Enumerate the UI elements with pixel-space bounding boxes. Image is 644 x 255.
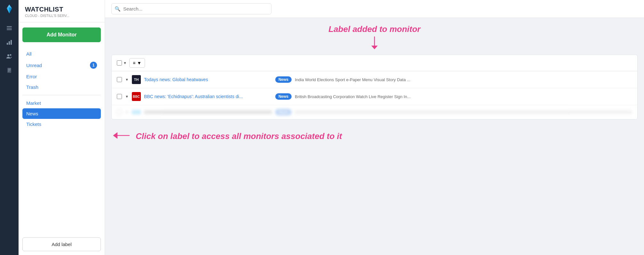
sidebar-nav: All Unread 1 Error Trash Market News Tic… (22, 49, 101, 129)
content-area: Label added to monitor ▼ ≡ ▼ (105, 18, 644, 255)
menu-dropdown-arrow: ▼ (137, 60, 141, 66)
callout-down-arrow (111, 35, 638, 51)
row1-title[interactable]: Todays news: Global heatwaves (144, 77, 272, 82)
row3-expand: ▼ (125, 110, 129, 114)
sidebar-item-trash[interactable]: Trash (22, 82, 101, 92)
svg-rect-10 (8, 70, 11, 71)
monitor-table: ▼ ≡ ▼ ▼ TH Todays news: Global heatwaves… (111, 55, 638, 120)
svg-rect-11 (8, 71, 10, 72)
callout-bottom-text: Click on label to access all monitors as… (136, 131, 342, 141)
svg-rect-3 (7, 43, 8, 45)
row2-title[interactable]: BBC news: 'Echidnapus': Australian scien… (144, 94, 272, 99)
svg-rect-1 (7, 28, 12, 28)
search-icon: 🔍 (115, 6, 121, 12)
select-all-checkbox[interactable] (117, 60, 122, 66)
svg-rect-5 (11, 40, 12, 45)
row3-badge: News (275, 109, 292, 115)
svg-rect-2 (7, 29, 12, 30)
row2-preview: British Broadcasting Corporation Watch L… (295, 94, 632, 99)
table-row: ▼ BBC BBC news: 'Echidnapus': Australian… (112, 88, 637, 105)
menu-icon: ≡ (133, 60, 135, 66)
select-dropdown-arrow[interactable]: ▼ (123, 61, 127, 65)
menu-button[interactable]: ≡ ▼ (129, 58, 145, 68)
search-wrap: 🔍 (111, 3, 271, 14)
app-logo[interactable] (4, 3, 15, 15)
callout-top-text: Label added to monitor (111, 24, 638, 34)
sidebar: WATCHLIST CLOUD - DISTILL'S SERV... Add … (19, 0, 105, 255)
svg-point-7 (10, 54, 12, 56)
sidebar-item-all[interactable]: All (22, 49, 101, 59)
nav-icon-book[interactable] (4, 65, 15, 76)
svg-rect-0 (7, 26, 12, 27)
app-subtitle: CLOUD - DISTILL'S SERV... (25, 14, 98, 18)
svg-point-6 (7, 54, 9, 56)
sidebar-item-news[interactable]: News (22, 108, 101, 119)
add-label-button[interactable]: Add label (22, 237, 101, 251)
app-title: WATCHLIST (25, 6, 98, 13)
main-area: 🔍 Label added to monitor ▼ (105, 0, 644, 255)
sidebar-item-unread[interactable]: Unread 1 (22, 59, 101, 71)
sidebar-body: Add Monitor All Unread 1 Error Trash Mar… (19, 22, 105, 234)
row2-icon: BBC (132, 92, 141, 101)
sidebar-item-error[interactable]: Error (22, 71, 101, 82)
callout-bottom: Click on label to access all monitors as… (111, 129, 638, 143)
row1-badge[interactable]: News (275, 76, 292, 83)
sidebar-divider (22, 95, 101, 95)
row2-badge[interactable]: News (275, 93, 292, 100)
row1-checkbox[interactable] (117, 77, 122, 82)
row3-icon (132, 110, 141, 114)
icon-bar (0, 0, 19, 255)
sidebar-item-market[interactable]: Market (22, 98, 101, 108)
row3-checkbox (117, 110, 122, 115)
row3-title (144, 110, 272, 114)
nav-icon-chart[interactable] (4, 36, 15, 48)
row1-icon: TH (132, 75, 141, 84)
callout-left-arrow (111, 129, 131, 143)
search-input[interactable] (111, 3, 271, 14)
table-toolbar: ▼ ≡ ▼ (112, 55, 637, 71)
svg-rect-4 (9, 41, 10, 45)
row2-expand[interactable]: ▼ (125, 95, 129, 98)
nav-icon-users[interactable] (4, 50, 15, 62)
top-bar: 🔍 (105, 0, 644, 18)
add-monitor-button[interactable]: Add Monitor (22, 27, 101, 42)
sidebar-header: WATCHLIST CLOUD - DISTILL'S SERV... (19, 0, 105, 22)
select-all-wrapper: ▼ (117, 60, 127, 66)
row2-checkbox[interactable] (117, 94, 122, 99)
svg-rect-9 (8, 69, 11, 69)
row1-preview: India World Elections Sport e-Paper Menu… (295, 77, 632, 82)
sidebar-item-tickets[interactable]: Tickets (22, 119, 101, 129)
callout-top: Label added to monitor (111, 24, 638, 51)
row1-expand[interactable]: ▼ (125, 78, 129, 81)
table-row-blurred: ▼ News (112, 105, 637, 119)
sidebar-footer: Add label (19, 234, 105, 255)
nav-icon-list[interactable] (4, 22, 15, 34)
unread-badge: 1 (90, 62, 97, 69)
table-row: ▼ TH Todays news: Global heatwaves News … (112, 71, 637, 88)
row3-preview (295, 111, 632, 114)
